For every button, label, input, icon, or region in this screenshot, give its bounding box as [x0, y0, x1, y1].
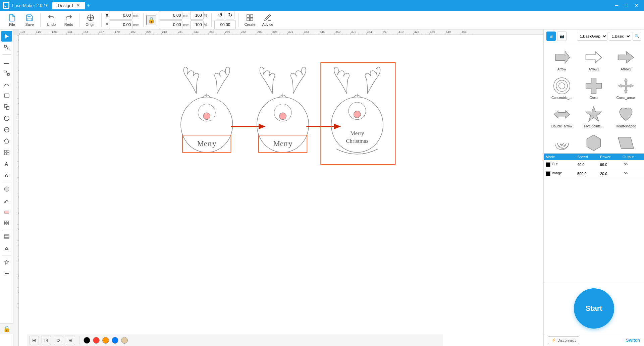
svg-marker-262 [618, 137, 634, 149]
canvas-content[interactable]: Merry [19, 35, 543, 346]
polygon-tool[interactable] [1, 136, 12, 147]
maximize-button[interactable]: □ [623, 2, 631, 9]
color-tan[interactable] [121, 337, 128, 344]
cut-visibility-button[interactable]: 👁 [623, 162, 629, 168]
pen-tool[interactable] [1, 56, 12, 67]
color-red[interactable] [93, 337, 100, 344]
trace2-tool[interactable] [1, 243, 12, 254]
y-input[interactable] [109, 20, 132, 29]
circle-tool[interactable] [1, 113, 12, 124]
grid-view-button[interactable]: ⊞ [546, 32, 556, 41]
x-label: X [106, 13, 108, 18]
disconnect-button[interactable]: ⚡ Disconnect [548, 336, 579, 344]
operations-table: Mode Speed Power Output Cut 40.0 99.0 [544, 154, 644, 178]
shape-cross[interactable]: Cross [579, 74, 609, 102]
shape-arrow1[interactable]: Arrow1 [579, 46, 609, 73]
left-toolbar: A A [0, 30, 13, 346]
text-ext-tool[interactable]: A [1, 170, 12, 181]
undo-label: Undo [47, 22, 56, 26]
trace-tool[interactable] [1, 195, 12, 206]
undo-button[interactable]: Undo [43, 12, 59, 28]
rect-ext-tool[interactable] [1, 102, 12, 112]
shape-heart[interactable]: Heart-shaped [610, 103, 641, 130]
start-button[interactable]: Start [574, 288, 614, 329]
x-input[interactable] [109, 11, 132, 20]
canvas-area[interactable]: // Ruler ticks rendered in JS below 1031… [13, 30, 543, 346]
close-button[interactable]: ✕ [632, 2, 641, 9]
add-tab-button[interactable]: + [87, 2, 90, 9]
category-select-2[interactable]: 1.Basic [609, 32, 631, 41]
file-button[interactable]: File [4, 12, 20, 28]
h-pct-input[interactable] [190, 20, 204, 29]
redo-button[interactable]: Redo [61, 12, 77, 28]
w-input-group: mm % [159, 11, 207, 20]
text-tool[interactable]: A [1, 159, 12, 169]
w-input[interactable] [159, 11, 182, 20]
layers-tool[interactable] [1, 232, 12, 242]
svg-text:423: 423 [414, 30, 419, 34]
refresh-button[interactable]: ↺ [54, 336, 63, 345]
image-visibility-button[interactable]: 👁 [623, 171, 629, 177]
shape-arrow2[interactable]: Arrow2 [610, 46, 641, 73]
array-tool[interactable] [1, 218, 12, 229]
lock-overlay: 🔒 [0, 323, 13, 334]
category-select-1[interactable]: 1.BasicGrap [577, 32, 607, 41]
extra-tool[interactable] [1, 268, 12, 279]
node-tool[interactable] [1, 42, 12, 53]
color-orange[interactable] [102, 337, 109, 344]
svg-text:167: 167 [99, 30, 104, 34]
y-unit: mm [133, 23, 139, 27]
align-button[interactable]: ⊞ [30, 336, 39, 345]
shape-heart-label: Heart-shaped [616, 124, 636, 128]
switch-button[interactable]: Switch [626, 338, 640, 343]
svg-text:243: 243 [194, 30, 199, 34]
curve-tool[interactable] [1, 79, 12, 90]
star-tool[interactable] [1, 257, 12, 268]
shape-cross-arrow[interactable]: Cross_arrow [610, 74, 641, 102]
svg-text:Christmas: Christmas [346, 138, 368, 144]
color-blue[interactable] [112, 337, 118, 344]
select-all-button[interactable]: ⊡ [42, 336, 51, 345]
circle-ext-tool[interactable] [1, 124, 12, 135]
save-button[interactable]: Save [21, 12, 38, 28]
svg-point-42 [6, 273, 7, 274]
color-black[interactable] [84, 337, 90, 344]
svg-text:205: 205 [146, 30, 151, 34]
rotate-ccw-button[interactable]: ↺ [216, 11, 224, 19]
lt-sep2 [2, 182, 11, 182]
grid-view-button[interactable]: ⊞ [66, 336, 75, 345]
create-button[interactable]: Create [241, 12, 258, 28]
canvas-svg[interactable]: Merry [19, 35, 543, 346]
lock-button[interactable]: 🔒 [146, 15, 156, 25]
svg-marker-22 [4, 139, 9, 143]
shape-five-pointed[interactable]: Five-pointe... [579, 103, 609, 130]
erase-tool[interactable] [1, 207, 12, 217]
file-label: File [9, 22, 15, 26]
bezier-tool[interactable] [1, 67, 12, 78]
shape-arrow[interactable]: Arrow [546, 46, 577, 73]
tab-close[interactable]: ✕ [76, 3, 80, 8]
rotate-cw-button[interactable]: ↻ [226, 11, 234, 19]
shape-concentric[interactable]: Concentric_... [546, 74, 577, 102]
op-image-speed: 500.0 [575, 169, 598, 178]
fill-tool[interactable] [1, 184, 12, 194]
camera-view-button[interactable]: 📷 [557, 32, 567, 41]
grid-tool[interactable] [1, 147, 12, 158]
search-button[interactable]: 🔍 [633, 32, 641, 41]
select-tool[interactable] [1, 31, 12, 42]
w-pct-input[interactable] [190, 11, 204, 20]
shape-hexagonal[interactable]: Hexagonal_... [579, 131, 609, 153]
svg-rect-35 [4, 223, 6, 225]
svg-rect-18 [6, 107, 9, 109]
advice-button[interactable]: Advice [259, 12, 276, 28]
shape-helical[interactable]: Helical_line [546, 131, 577, 153]
h-input[interactable] [159, 20, 182, 29]
design-tab[interactable]: Design1 ✕ [52, 2, 85, 9]
shape-parallelogram[interactable]: Parallelogram [610, 131, 641, 153]
shape-double-arrow[interactable]: Double_arrow [546, 103, 577, 130]
lock-icon-button[interactable]: 🔒 [1, 324, 12, 334]
rect-tool[interactable] [1, 90, 12, 101]
origin-button[interactable]: Origin [83, 12, 99, 28]
rotate-input[interactable] [214, 20, 236, 30]
minimize-button[interactable]: ─ [612, 2, 621, 9]
